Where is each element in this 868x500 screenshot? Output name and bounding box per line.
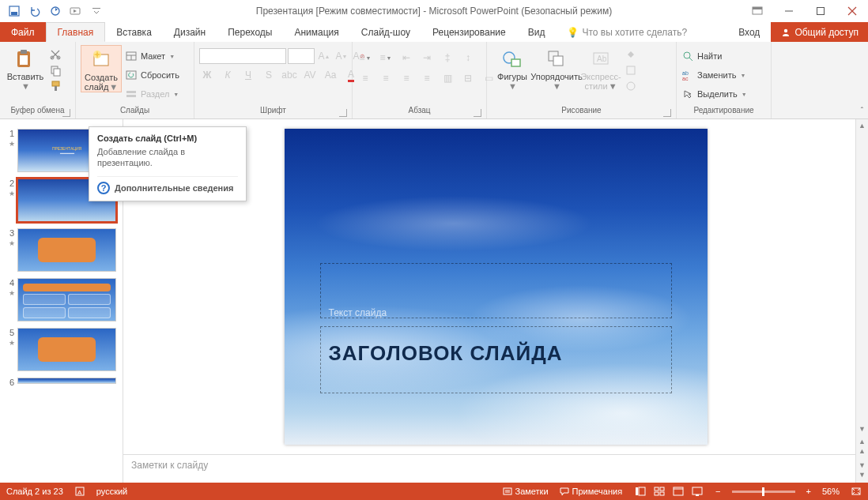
line-spacing-icon[interactable]: ‡	[440, 50, 455, 66]
cut-icon[interactable]	[49, 48, 62, 61]
replace-button[interactable]: abacЗаменить▼	[681, 67, 747, 83]
dialog-launcher-icon[interactable]	[474, 109, 481, 117]
share-button[interactable]: Общий доступ	[771, 22, 868, 42]
slideshow-view-icon[interactable]	[690, 485, 704, 498]
spacing-icon[interactable]: AV	[302, 67, 318, 83]
text-direction-icon[interactable]: ↕	[460, 50, 476, 66]
change-case-icon[interactable]: Aa	[323, 67, 338, 83]
tab-slideshow[interactable]: Слайд-шоу	[350, 22, 421, 42]
tab-transitions[interactable]: Переходы	[217, 22, 283, 42]
save-icon[interactable]	[8, 5, 21, 17]
zoom-slider[interactable]	[732, 491, 795, 493]
select-button[interactable]: Выделить▼	[681, 86, 747, 102]
thumbnail-5[interactable]: 5★	[0, 326, 123, 376]
qat-customize-icon[interactable]	[90, 5, 103, 17]
redo-icon[interactable]	[49, 5, 62, 17]
svg-rect-32	[553, 56, 563, 66]
format-painter-icon[interactable]	[49, 80, 62, 92]
status-language[interactable]: русский	[96, 487, 127, 496]
share-label: Общий доступ	[794, 27, 859, 38]
paste-label: Вставить	[7, 72, 44, 81]
scroll-up-icon[interactable]: ▲	[856, 119, 868, 132]
section-button[interactable]: Раздел▼	[125, 86, 179, 102]
new-slide-button[interactable]: Создать слайд▼	[81, 45, 122, 92]
reading-view-icon[interactable]	[671, 485, 685, 498]
start-from-beginning-icon[interactable]	[70, 5, 82, 17]
numbering-icon[interactable]: ≡▼	[378, 50, 394, 66]
tab-design[interactable]: Дизайн	[163, 22, 217, 42]
tab-file[interactable]: Файл	[0, 22, 46, 42]
tell-me-box[interactable]: 💡Что вы хотите сделать?	[556, 22, 698, 42]
indent-inc-icon[interactable]: ⇥	[419, 50, 435, 66]
align-right-icon[interactable]: ≡	[398, 70, 414, 86]
slide[interactable]: Текст слайда ЗАГОЛОВОК СЛАЙДА	[285, 129, 708, 445]
increase-font-icon[interactable]: A▲	[316, 48, 332, 64]
undo-icon[interactable]	[28, 5, 41, 17]
next-slide-icon2[interactable]: ▼	[859, 468, 866, 481]
notes-pane[interactable]: Заметки к слайду	[123, 454, 868, 483]
arrange-button[interactable]: Упорядочить▼	[536, 45, 577, 91]
zoom-out-button[interactable]: −	[715, 487, 720, 496]
zoom-level[interactable]: 56%	[822, 487, 840, 496]
zoom-thumb[interactable]	[762, 487, 764, 496]
thumbnail-4[interactable]: 4★	[0, 276, 123, 326]
find-button[interactable]: Найти	[681, 48, 747, 64]
subtitle-placeholder[interactable]: Текст слайда	[320, 263, 672, 318]
layout-button[interactable]: Макет▼	[125, 48, 179, 64]
svg-rect-49	[660, 487, 664, 491]
collapse-ribbon-icon[interactable]: ˆ	[861, 107, 863, 115]
tooltip-more-link[interactable]: ? Дополнительные сведения	[97, 176, 238, 194]
zoom-in-button[interactable]: +	[806, 487, 811, 496]
bullets-icon[interactable]: ≡▼	[357, 50, 373, 66]
fit-to-window-icon[interactable]	[851, 487, 862, 496]
copy-icon[interactable]	[49, 64, 62, 77]
shapes-button[interactable]: Фигуры▼	[492, 45, 533, 91]
shadow-icon[interactable]: abc	[281, 67, 297, 83]
dialog-launcher-icon[interactable]	[62, 109, 70, 117]
scroll-down-icon[interactable]: ▼	[856, 423, 868, 435]
shape-outline-icon[interactable]	[625, 64, 637, 77]
tab-view[interactable]: Вид	[517, 22, 557, 42]
styles-label2: стили	[584, 81, 607, 91]
status-slide-number[interactable]: Слайд 2 из 23	[6, 487, 63, 496]
align-text-icon[interactable]: ⊟	[460, 70, 476, 86]
prev-slide-icon2[interactable]: ▲	[859, 445, 866, 457]
dialog-launcher-icon[interactable]	[339, 109, 347, 117]
minimize-button[interactable]	[773, 0, 805, 22]
strike-icon[interactable]: S	[261, 67, 277, 83]
shape-effects-icon[interactable]	[625, 80, 637, 92]
quick-styles-button[interactable]: Ab Экспресс- стили▼	[580, 45, 621, 91]
font-name-box[interactable]	[199, 48, 286, 64]
status-notes-button[interactable]: Заметки	[503, 487, 549, 496]
close-button[interactable]	[836, 0, 868, 22]
paste-button[interactable]: Вставить ▼	[5, 45, 46, 91]
tab-home[interactable]: Главная	[46, 22, 106, 42]
status-comments-button[interactable]: Примечания	[560, 487, 623, 496]
tab-insert[interactable]: Вставка	[105, 22, 163, 42]
sorter-view-icon[interactable]	[652, 485, 666, 498]
normal-view-icon[interactable]	[633, 485, 647, 498]
vertical-scrollbar[interactable]: ▲ ▼ ▲ ▲ ▼ ▼	[855, 119, 868, 483]
signin-button[interactable]: Вход	[727, 22, 771, 42]
align-left-icon[interactable]: ≡	[357, 70, 373, 86]
columns-icon[interactable]: ▥	[440, 70, 455, 86]
justify-icon[interactable]: ≡	[419, 70, 435, 86]
tab-review[interactable]: Рецензирование	[421, 22, 517, 42]
shape-fill-icon[interactable]	[625, 48, 637, 61]
ribbon-display-options-icon[interactable]	[742, 0, 773, 22]
tab-animation[interactable]: Анимация	[283, 22, 349, 42]
thumbnail-3[interactable]: 3★	[0, 227, 123, 276]
bold-icon[interactable]: Ж	[199, 67, 215, 83]
align-center-icon[interactable]: ≡	[378, 70, 394, 86]
indent-dec-icon[interactable]: ⇤	[398, 50, 414, 66]
decrease-font-icon[interactable]: A▼	[334, 48, 349, 64]
status-spellcheck-icon[interactable]: A	[74, 486, 85, 497]
dialog-launcher-icon[interactable]	[663, 109, 671, 117]
title-placeholder[interactable]: ЗАГОЛОВОК СЛАЙДА	[320, 326, 672, 393]
thumbnail-6[interactable]: 6	[0, 376, 123, 392]
italic-icon[interactable]: К	[220, 67, 236, 83]
maximize-button[interactable]	[805, 0, 836, 22]
underline-icon[interactable]: Ч	[240, 67, 256, 83]
font-size-box[interactable]	[288, 48, 315, 64]
reset-button[interactable]: Сбросить	[125, 67, 179, 83]
